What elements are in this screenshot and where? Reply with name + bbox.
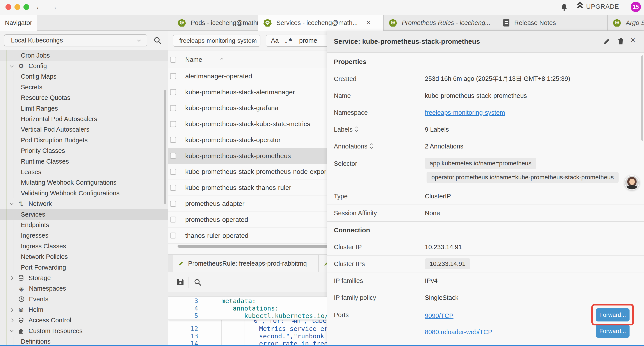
minimize-window-button[interactable] (14, 4, 20, 10)
sidebar-item-network-policies[interactable]: Network Policies (0, 251, 168, 262)
table-row[interactable]: kube-prometheus-stack-prometheus-node-ex… (168, 164, 327, 180)
namespace-selector[interactable]: freeleaps-monitoring-system (173, 34, 260, 47)
sidebar-item-leases[interactable]: Leases (0, 167, 168, 177)
row-checkbox[interactable] (170, 105, 176, 111)
sidebar-scrollbar[interactable] (164, 90, 166, 204)
tab-services[interactable]: ☸ Services - icecheng@math... × (258, 15, 384, 31)
selector-chip: app.kubernetes.io/name=prometheus (425, 158, 536, 169)
details-scrollbar[interactable] (641, 55, 643, 141)
table-row[interactable]: prometheus-adapter (168, 196, 327, 212)
sidebar-item-ingresses[interactable]: Ingresses (0, 230, 168, 241)
sidebar-item-resource-quotas[interactable]: Resource Quotas (0, 93, 168, 103)
kubeconfig-selector[interactable]: Local Kubeconfigs (4, 34, 147, 46)
sidebar-item-port-forwarding[interactable]: Port Forwarding (0, 262, 168, 273)
sidebar-item-pod-disruption-budgets[interactable]: Pod Disruption Budgets (0, 135, 168, 145)
upgrade-icon (578, 4, 582, 10)
table-row-selected[interactable]: kube-prometheus-stack-prometheus (168, 148, 327, 164)
table-row[interactable]: alertmanager-operated (168, 68, 327, 84)
column-header-name[interactable]: Name (185, 56, 202, 63)
editor-tab-prometheusrule[interactable]: PrometheusRule: freeleaps-prod-rabbitmq (173, 255, 318, 272)
chevron-down-icon[interactable] (10, 65, 14, 67)
trash-icon[interactable] (617, 38, 624, 45)
row-checkbox[interactable] (170, 169, 176, 175)
sidebar-item-runtime-classes[interactable]: Runtime Classes (0, 156, 168, 167)
sidebar-item-access-control[interactable]: Access Control (0, 315, 168, 326)
bell-icon[interactable] (560, 3, 568, 11)
table-row[interactable]: kube-prometheus-stack-alertmanager (168, 84, 327, 100)
sidebar-item-namespaces[interactable]: ◈ Namespaces (0, 283, 168, 294)
select-all-checkbox[interactable] (170, 57, 176, 63)
tab-argo[interactable]: ☸ Argo Se (608, 15, 644, 31)
sidebar-item-definitions[interactable]: Definitions (0, 336, 168, 345)
sidebar-item-cron-jobs[interactable]: Cron Jobs (0, 50, 168, 61)
row-checkbox[interactable] (170, 201, 176, 207)
row-checkbox[interactable] (170, 217, 176, 223)
search-input[interactable]: Aa .* prome (266, 34, 327, 47)
avatar[interactable] (624, 175, 640, 190)
expand-icon[interactable] (356, 127, 358, 132)
sidebar-item-priority-classes[interactable]: Priority Classes (0, 146, 168, 156)
forward-icon[interactable]: → (49, 2, 58, 11)
namespace-link[interactable]: freeleaps-monitoring-system (425, 109, 505, 116)
row-checkbox[interactable] (170, 137, 176, 143)
sidebar-item-secrets[interactable]: Secrets (0, 82, 168, 92)
tab-pods[interactable]: ☸ Pods - icecheng@mathmas... (172, 15, 258, 31)
editor-tab-next[interactable] (319, 255, 327, 272)
close-window-button[interactable] (6, 4, 11, 10)
notification-badge[interactable]: 15 (631, 2, 641, 12)
sidebar-item-limit-ranges[interactable]: Limit Ranges (0, 103, 168, 114)
sidebar-search-icon[interactable] (154, 36, 162, 45)
expand-icon[interactable] (370, 144, 372, 149)
sidebar-item-endpoints[interactable]: Endpoints (0, 220, 168, 230)
sidebar-item-validating-webhook-configurations[interactable]: Validating Webhook Configurations (0, 188, 168, 198)
close-tab-icon[interactable]: × (366, 19, 370, 27)
row-checkbox[interactable] (170, 185, 176, 191)
sidebar-item-config-maps[interactable]: Config Maps (0, 71, 168, 82)
sidebar-item-config[interactable]: ⚙ Config (0, 61, 168, 71)
table-row[interactable]: kube-prometheus-stack-thanos-ruler (168, 180, 327, 196)
sidebar-item-network[interactable]: ⇅ Network (0, 198, 168, 209)
edit-icon[interactable] (603, 38, 610, 45)
tab-prometheus-rules[interactable]: ☸ Prometheus Rules - icecheng... (384, 15, 498, 31)
tab-release-notes[interactable]: Release Notes (498, 15, 608, 31)
chevron-right-icon[interactable] (10, 277, 14, 279)
table-row[interactable]: thanos-ruler-operated (168, 228, 327, 244)
row-checkbox[interactable] (170, 233, 176, 239)
editor-search-icon[interactable] (194, 278, 202, 286)
sidebar-item-mutating-webhook-configurations[interactable]: Mutating Webhook Configurations (0, 177, 168, 188)
match-case-toggle[interactable]: Aa (271, 37, 278, 44)
sidebar-item-custom-resources[interactable]: Custom Resources (0, 326, 168, 336)
table-row[interactable]: kube-prometheus-stack-kube-state-metrics (168, 116, 327, 132)
regex-toggle[interactable]: .* (284, 37, 292, 45)
close-icon[interactable]: × (631, 35, 635, 45)
chevron-down-icon[interactable] (10, 330, 14, 332)
sidebar-item-vertical-pod-autoscalers[interactable]: Vertical Pod Autoscalers (0, 124, 168, 135)
sidebar-item-storage[interactable]: Storage (0, 273, 168, 283)
row-checkbox[interactable] (170, 153, 176, 159)
table-row[interactable]: kube-prometheus-stack-operator (168, 132, 327, 148)
back-icon[interactable]: ← (35, 2, 44, 11)
port-link-9090[interactable]: 9090/TCP (425, 312, 454, 320)
port-link-8080[interactable]: 8080:reloader-web/TCP (425, 329, 492, 336)
chevron-down-icon[interactable] (10, 203, 14, 205)
sidebar-item-helm[interactable]: ☸ Helm (0, 304, 168, 315)
sidebar-item-events[interactable]: Events (0, 294, 168, 304)
upgrade-button[interactable]: UPGRADE (578, 3, 619, 10)
gears-icon: ⚙ (17, 62, 25, 70)
sidebar-item-ingress-classes[interactable]: Ingress Classes (0, 241, 168, 251)
row-checkbox[interactable] (170, 73, 176, 79)
chevron-right-icon[interactable] (10, 309, 14, 311)
sidebar-item-horizontal-pod-autoscalers[interactable]: Horizontal Pod Autoscalers (0, 114, 168, 124)
save-icon[interactable] (176, 278, 184, 286)
row-checkbox[interactable] (170, 121, 176, 127)
table-row[interactable]: kube-prometheus-stack-grafana (168, 100, 327, 116)
row-checkbox[interactable] (170, 89, 176, 95)
sidebar-item-services[interactable]: Services (0, 209, 168, 220)
maximize-window-button[interactable] (24, 4, 29, 10)
yaml-code-area[interactable]: 3metadata: 4annotations: 5kubectl.kubern… (168, 297, 327, 346)
horizontal-scrollbar[interactable] (178, 245, 327, 248)
navigator-panel-tab[interactable]: Navigator (0, 15, 37, 31)
table-row[interactable]: prometheus-operated (168, 212, 327, 228)
forward-button-8080[interactable]: Forward... (596, 325, 630, 338)
chevron-right-icon[interactable] (10, 319, 14, 322)
